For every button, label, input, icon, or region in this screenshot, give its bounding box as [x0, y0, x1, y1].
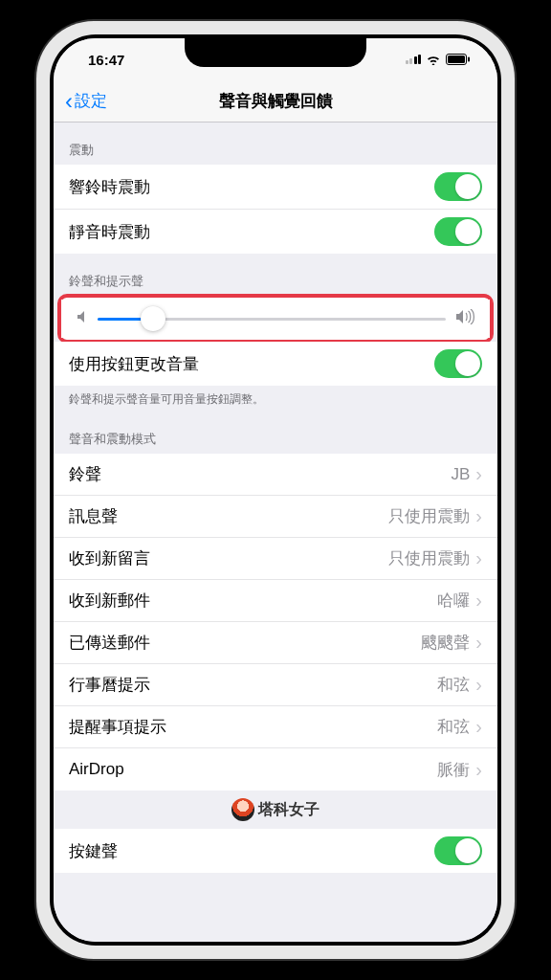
section-header-vibration: 震動	[54, 122, 497, 165]
notch	[185, 38, 366, 67]
svg-rect-1	[448, 56, 465, 63]
volume-low-icon	[77, 310, 88, 327]
back-button[interactable]: ‹ 設定	[65, 88, 107, 115]
row-label: 收到新郵件	[69, 590, 437, 612]
settings-list[interactable]: 震動 響鈴時震動 靜音時震動 鈴聲和提示聲	[54, 122, 497, 942]
phone-frame: 16:47 ‹ 設定 聲音與觸覺回饋	[36, 21, 515, 959]
volume-high-icon	[455, 309, 474, 328]
svg-rect-2	[468, 57, 470, 62]
row-label: 提醒事項提示	[69, 716, 437, 738]
slider-thumb[interactable]	[141, 306, 165, 331]
row-sound-item[interactable]: 收到新留言只使用震動›	[54, 538, 497, 580]
chevron-right-icon: ›	[475, 547, 482, 569]
row-ring-vibrate[interactable]: 響鈴時震動	[54, 165, 497, 210]
back-label: 設定	[75, 90, 107, 112]
toggle-change-with-buttons[interactable]	[434, 349, 482, 378]
status-time: 16:47	[80, 52, 124, 68]
cellular-icon	[406, 55, 422, 64]
row-label: 按鍵聲	[69, 840, 434, 862]
chevron-left-icon: ‹	[65, 88, 73, 115]
chevron-right-icon: ›	[475, 632, 482, 654]
chevron-right-icon: ›	[475, 463, 482, 485]
toggle-keyboard-clicks[interactable]	[434, 836, 482, 865]
row-label: 鈴聲	[69, 463, 451, 485]
row-sound-item[interactable]: AirDrop脈衝›	[54, 748, 497, 791]
row-value: 哈囉	[437, 590, 470, 612]
wifi-icon	[426, 54, 441, 65]
row-silent-vibrate[interactable]: 靜音時震動	[54, 210, 497, 254]
page-title: 聲音與觸覺回饋	[54, 90, 497, 112]
row-value: 和弦	[437, 716, 470, 738]
chevron-right-icon: ›	[475, 716, 482, 738]
watermark-avatar-icon	[231, 798, 254, 821]
row-label: 訊息聲	[69, 505, 388, 527]
row-keyboard-clicks[interactable]: 按鍵聲	[54, 829, 497, 873]
row-volume-slider	[61, 300, 490, 338]
row-label: 行事曆提示	[69, 674, 437, 696]
status-icons-group	[406, 54, 472, 65]
phone-bezel: 16:47 ‹ 設定 聲音與觸覺回饋	[50, 34, 501, 946]
chevron-right-icon: ›	[475, 590, 482, 612]
section-header-ringer: 鈴聲和提示聲	[54, 254, 497, 296]
section-footer-ringer: 鈴聲和提示聲音量可用音量按鈕調整。	[54, 386, 497, 412]
chevron-right-icon: ›	[475, 674, 482, 696]
toggle-silent-vibrate[interactable]	[434, 217, 482, 246]
row-sound-item[interactable]: 鈴聲JB›	[54, 454, 497, 496]
watermark: 塔科女子	[54, 791, 497, 829]
row-change-with-buttons[interactable]: 使用按鈕更改音量	[54, 342, 497, 386]
chevron-right-icon: ›	[475, 505, 482, 527]
toggle-ring-vibrate[interactable]	[434, 172, 482, 201]
section-header-sounds: 聲音和震動模式	[54, 412, 497, 454]
row-label: 靜音時震動	[69, 221, 434, 243]
row-value: 只使用震動	[388, 505, 470, 527]
row-sound-item[interactable]: 提醒事項提示和弦›	[54, 706, 497, 748]
row-sound-item[interactable]: 收到新郵件哈囉›	[54, 580, 497, 622]
volume-slider[interactable]	[98, 318, 446, 321]
battery-icon	[446, 54, 471, 65]
watermark-text: 塔科女子	[258, 800, 320, 820]
navigation-bar: ‹ 設定 聲音與觸覺回饋	[54, 80, 497, 122]
row-value: JB	[451, 465, 470, 484]
row-label: 響鈴時震動	[69, 176, 434, 198]
row-label: 收到新留言	[69, 547, 388, 569]
row-label: 使用按鈕更改音量	[69, 353, 434, 375]
row-sound-item[interactable]: 行事曆提示和弦›	[54, 664, 497, 706]
row-sound-item[interactable]: 已傳送郵件颼颼聲›	[54, 622, 497, 664]
screen: 16:47 ‹ 設定 聲音與觸覺回饋	[54, 38, 497, 942]
row-label: AirDrop	[69, 760, 437, 779]
row-label: 已傳送郵件	[69, 632, 421, 654]
row-value: 脈衝	[437, 759, 470, 781]
row-value: 和弦	[437, 674, 470, 696]
chevron-right-icon: ›	[475, 759, 482, 781]
row-sound-item[interactable]: 訊息聲只使用震動›	[54, 496, 497, 538]
row-value: 颼颼聲	[421, 632, 470, 654]
row-value: 只使用震動	[388, 547, 470, 569]
highlight-annotation	[57, 294, 494, 344]
